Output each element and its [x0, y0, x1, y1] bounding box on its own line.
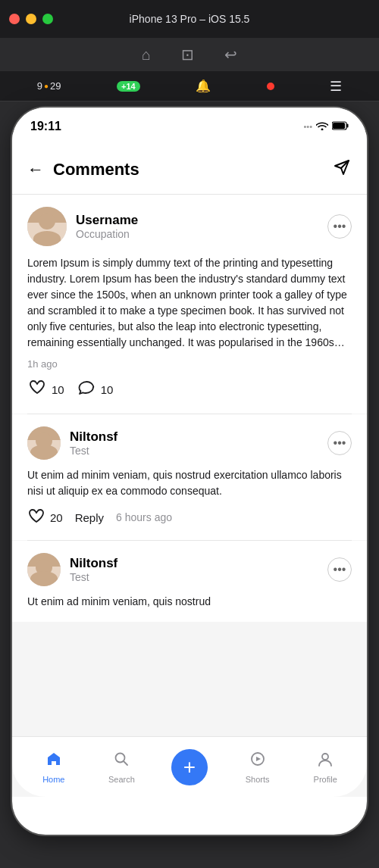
reply1-more-button[interactable]: •••	[327, 431, 352, 455]
reply2-user-info: Niltonsf Test	[27, 553, 117, 586]
post-avatar	[27, 207, 67, 246]
post-like-count: 10	[52, 383, 64, 396]
back-button[interactable]: ←	[27, 160, 44, 180]
plus-icon: +	[183, 755, 196, 779]
home-nav-icon	[45, 751, 62, 772]
status-time: 19:11	[30, 120, 61, 133]
minimize-dot[interactable]	[26, 14, 36, 24]
reply2-username: Niltonsf	[70, 556, 117, 571]
nav-shorts[interactable]: Shorts	[236, 751, 278, 784]
post-user-text: Username Occupation	[76, 213, 138, 240]
reply2-tag: Test	[70, 571, 117, 583]
reply1-user-row: Niltonsf Test •••	[27, 426, 352, 460]
post-time: 1h ago	[27, 358, 352, 370]
post-comment-count: 10	[101, 383, 114, 396]
reply1-like-count: 20	[50, 511, 63, 524]
post-user-info: Username Occupation	[27, 207, 138, 246]
title-bar: iPhone 13 Pro – iOS 15.5	[0, 0, 379, 38]
close-dot[interactable]	[9, 14, 20, 24]
shorts-nav-label: Shorts	[246, 775, 270, 784]
notif-red-dot	[267, 83, 274, 90]
reply1-like-button[interactable]: 20	[27, 507, 63, 528]
reply1-actions: 20 Reply 6 hours ago	[27, 507, 352, 528]
rotate-icon[interactable]: ↩	[224, 45, 237, 64]
reply1-tag: Test	[70, 445, 117, 457]
status-bar: 19:11 •••	[12, 108, 367, 145]
nav-home[interactable]: Home	[33, 751, 74, 784]
reply1-heart-icon	[27, 507, 45, 528]
main-post-comment: Username Occupation ••• Lorem Ipsum is s…	[12, 195, 367, 414]
reply-comment-1: Niltonsf Test ••• Ut enim ad minim venia…	[12, 414, 367, 540]
comments-header: ← Comments	[12, 145, 367, 195]
nav-search[interactable]: Search	[101, 751, 143, 784]
send-button[interactable]	[332, 158, 352, 182]
notif-menu: ☰	[330, 78, 342, 95]
content-area: Username Occupation ••• Lorem Ipsum is s…	[12, 195, 367, 682]
reply1-user-text: Niltonsf Test	[70, 429, 117, 457]
wifi-icon	[316, 120, 328, 133]
battery-icon	[332, 120, 349, 133]
profile-nav-label: Profile	[314, 775, 337, 784]
bottom-nav: Home Search +	[12, 736, 367, 797]
maximize-dot[interactable]	[42, 14, 53, 24]
add-button[interactable]: +	[171, 749, 208, 785]
post-comment-button[interactable]: 10	[77, 377, 114, 401]
post-username: Username	[76, 213, 138, 228]
svg-rect-1	[347, 124, 349, 128]
reply2-body: Ut enim ad minim veniam, quis nostrud	[27, 594, 352, 610]
home-toolbar-icon[interactable]: ⌂	[142, 46, 151, 64]
screenshot-icon[interactable]: ⊡	[181, 45, 194, 64]
search-nav-label: Search	[108, 775, 135, 784]
comment-icon	[77, 377, 96, 401]
simulator-title: iPhone 13 Pro – iOS 15.5	[130, 13, 250, 25]
notification-bar: 9 ● 29 +14 🔔 ☰	[0, 71, 379, 101]
post-body: Lorem Ipsum is simply dummy text of the …	[27, 255, 352, 351]
post-actions: 10 10	[27, 377, 352, 401]
reply1-body: Ut enim ad minim veniam, quis nostrud ex…	[27, 467, 352, 499]
post-user-row: Username Occupation •••	[27, 207, 352, 246]
profile-nav-icon	[317, 751, 334, 772]
reply-comment-2: Niltonsf Test ••• Ut enim ad minim venia…	[12, 541, 367, 622]
home-nav-label: Home	[42, 775, 64, 784]
signal-dots: •••	[303, 122, 312, 131]
reply1-avatar	[27, 426, 61, 460]
reply2-more-button[interactable]: •••	[327, 557, 352, 582]
reply1-time: 6 hours ago	[116, 511, 172, 523]
simulator-toolbar: ⌂ ⊡ ↩	[0, 38, 379, 71]
post-like-button[interactable]: 10	[27, 377, 64, 401]
post-more-button[interactable]: •••	[327, 214, 352, 239]
phone-frame: 19:11 •••	[12, 108, 367, 835]
reply2-avatar	[27, 553, 61, 586]
reply1-user-info: Niltonsf Test	[27, 426, 117, 460]
heart-icon	[27, 377, 47, 401]
shorts-nav-icon	[249, 751, 266, 772]
post-occupation: Occupation	[76, 228, 138, 240]
nav-add[interactable]: +	[168, 749, 210, 785]
svg-marker-5	[256, 757, 261, 761]
header-left: ← Comments	[27, 160, 139, 180]
nav-profile[interactable]: Profile	[305, 751, 346, 784]
page-title: Comments	[53, 160, 139, 180]
reply2-user-text: Niltonsf Test	[70, 556, 117, 583]
svg-point-6	[322, 754, 328, 760]
reply2-user-row: Niltonsf Test •••	[27, 553, 352, 586]
window-controls	[9, 14, 53, 24]
notif-item-1: 9 ● 29	[37, 80, 61, 92]
app-content: ← Comments	[12, 145, 367, 797]
svg-rect-2	[333, 123, 345, 129]
reply1-username: Niltonsf	[70, 429, 117, 445]
notif-bell: 🔔	[196, 79, 211, 93]
status-icons: •••	[303, 120, 349, 133]
notif-badge: +14	[117, 81, 140, 92]
reply1-reply-button[interactable]: Reply	[75, 511, 104, 524]
search-nav-icon	[113, 751, 130, 772]
